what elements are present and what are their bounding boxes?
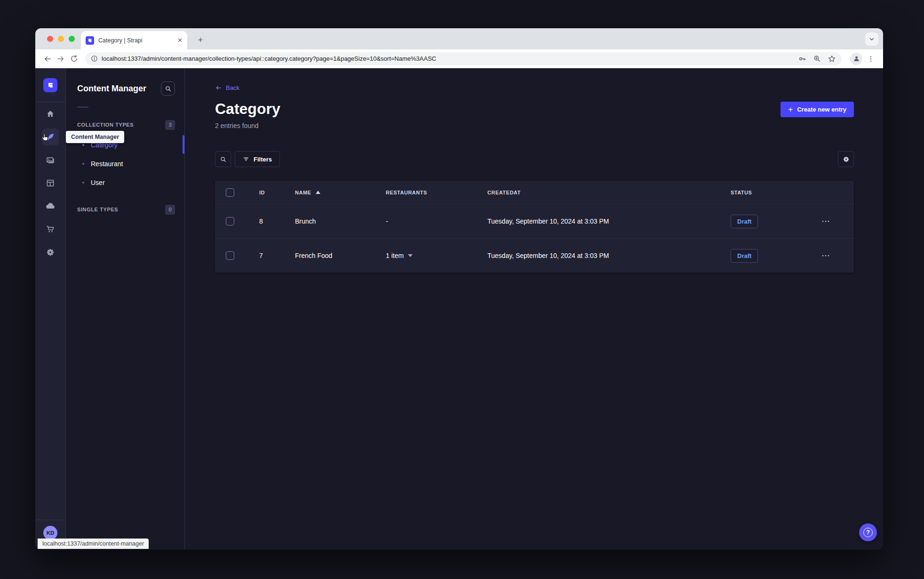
column-header-status[interactable]: STATUS: [722, 190, 808, 195]
content-type-builder-icon[interactable]: [42, 175, 59, 192]
window-controls: [47, 36, 75, 42]
filters-button[interactable]: Filters: [235, 151, 280, 167]
media-library-icon[interactable]: [42, 152, 59, 169]
table-header-row: ID NAME RESTAURANTS CREATEDAT STATUS: [215, 181, 854, 204]
bullet-icon: [82, 182, 84, 184]
forward-button[interactable]: [54, 52, 67, 65]
site-info-icon[interactable]: [91, 55, 98, 62]
strapi-favicon-icon: [86, 36, 94, 45]
user-avatar[interactable]: KD: [43, 526, 57, 540]
collection-types-section: COLLECTION TYPES 3: [66, 120, 184, 130]
table-row[interactable]: 7 French Food 1 item Tuesday, September …: [215, 238, 854, 273]
maximize-button[interactable]: [69, 36, 75, 42]
create-button-label: Create new entry: [797, 106, 846, 113]
zoom-icon[interactable]: [813, 55, 821, 63]
column-header-name[interactable]: NAME: [287, 190, 377, 195]
main-content: Back Category 2 entries found + Create n…: [185, 68, 883, 549]
row-actions-menu-icon[interactable]: ⋯: [808, 250, 854, 261]
cell-createdat: Tuesday, September 10, 2024 at 3:03 PM: [479, 252, 722, 259]
tab-strip: Category | Strapi ✕ +: [35, 28, 883, 49]
tab-close-icon[interactable]: ✕: [177, 37, 183, 44]
back-button[interactable]: [41, 52, 54, 65]
back-link[interactable]: Back: [215, 84, 239, 91]
collection-types-label: COLLECTION TYPES: [77, 122, 134, 128]
mouse-cursor: [40, 133, 50, 143]
cell-restaurants: -: [377, 217, 479, 225]
filters-label: Filters: [254, 156, 272, 163]
column-header-id[interactable]: ID: [251, 190, 287, 195]
search-button[interactable]: [215, 151, 231, 167]
strapi-logo-icon[interactable]: [43, 78, 57, 92]
new-tab-button[interactable]: +: [194, 34, 207, 46]
table-row[interactable]: 8 Brunch - Tuesday, September 10, 2024 a…: [215, 204, 854, 238]
entries-count: 2 entries found: [215, 122, 854, 129]
browser-toolbar: localhost:1337/admin/content-manager/col…: [35, 49, 883, 68]
cell-restaurants[interactable]: 1 item: [377, 252, 479, 259]
password-key-icon[interactable]: [798, 55, 806, 63]
bullet-icon: [82, 163, 84, 165]
logo-section: [35, 68, 65, 102]
row-checkbox[interactable]: [226, 251, 234, 260]
url-text[interactable]: localhost:1337/admin/content-manager/col…: [102, 55, 794, 62]
subnav-title: Content Manager: [77, 84, 146, 94]
marketplace-cart-icon[interactable]: [42, 221, 59, 238]
page-title: Category: [215, 101, 854, 117]
single-types-section: SINGLE TYPES 0: [66, 204, 184, 215]
cell-name: French Food: [287, 252, 377, 259]
question-mark-icon: ?: [863, 528, 873, 537]
plus-icon: +: [788, 105, 793, 113]
create-new-entry-button[interactable]: + Create new entry: [781, 102, 854, 117]
collection-types-count-badge: 3: [165, 120, 175, 130]
subnav-item-user[interactable]: User: [66, 173, 184, 192]
view-settings-button[interactable]: [838, 151, 854, 167]
cloud-icon[interactable]: [42, 198, 59, 215]
subnav-search-button[interactable]: [161, 81, 175, 96]
divider: [77, 107, 88, 107]
active-item-indicator: [183, 135, 184, 154]
minimize-button[interactable]: [58, 36, 64, 42]
sort-ascending-icon: [316, 191, 320, 194]
browser-profile-icon[interactable]: [850, 53, 862, 65]
subnav-item-label: Restaurant: [91, 160, 123, 168]
bullet-icon: [82, 144, 84, 146]
subnav-item-label: User: [91, 179, 105, 186]
home-icon[interactable]: [42, 105, 59, 122]
url-bar[interactable]: localhost:1337/admin/content-manager/col…: [85, 52, 842, 65]
row-checkbox[interactable]: [226, 217, 234, 225]
column-header-restaurants[interactable]: RESTAURANTS: [377, 190, 479, 195]
status-badge: Draft: [731, 249, 758, 263]
content-manager-tooltip: Content Manager: [66, 131, 124, 143]
bookmark-star-icon[interactable]: [828, 55, 836, 63]
cell-name: Brunch: [287, 217, 377, 225]
browser-tab[interactable]: Category | Strapi ✕: [81, 31, 187, 49]
strapi-admin: KD Content Manager COLLECTION TYPES 3 Ca…: [35, 68, 883, 549]
chevron-down-icon: [408, 254, 413, 257]
tab-title: Category | Strapi: [98, 37, 174, 44]
status-badge: Draft: [731, 215, 758, 228]
single-types-count-badge: 0: [165, 205, 175, 215]
browser-menu-icon[interactable]: [864, 52, 877, 65]
tab-search-chevron-button[interactable]: [865, 32, 878, 46]
single-types-label: SINGLE TYPES: [77, 207, 118, 212]
close-button[interactable]: [47, 36, 53, 42]
help-button[interactable]: ?: [859, 523, 877, 541]
cell-id: 8: [251, 217, 287, 225]
select-all-checkbox[interactable]: [226, 188, 234, 197]
cell-id: 7: [251, 252, 287, 259]
back-label: Back: [226, 84, 239, 91]
entries-table: ID NAME RESTAURANTS CREATEDAT STATUS 8 B…: [215, 181, 854, 273]
browser-window: Category | Strapi ✕ + localhost:1337/adm…: [35, 28, 883, 550]
settings-gear-icon[interactable]: [42, 244, 59, 261]
subnav-item-restaurant[interactable]: Restaurant: [66, 154, 184, 173]
filter-icon: [243, 156, 249, 162]
row-actions-menu-icon[interactable]: ⋯: [808, 216, 854, 226]
column-header-createdat[interactable]: CREATEDAT: [479, 190, 722, 195]
reload-button[interactable]: [67, 52, 80, 65]
cell-createdat: Tuesday, September 10, 2024 at 3:03 PM: [479, 217, 722, 225]
status-link-preview: localhost:1337/admin/content-manager: [38, 539, 149, 549]
